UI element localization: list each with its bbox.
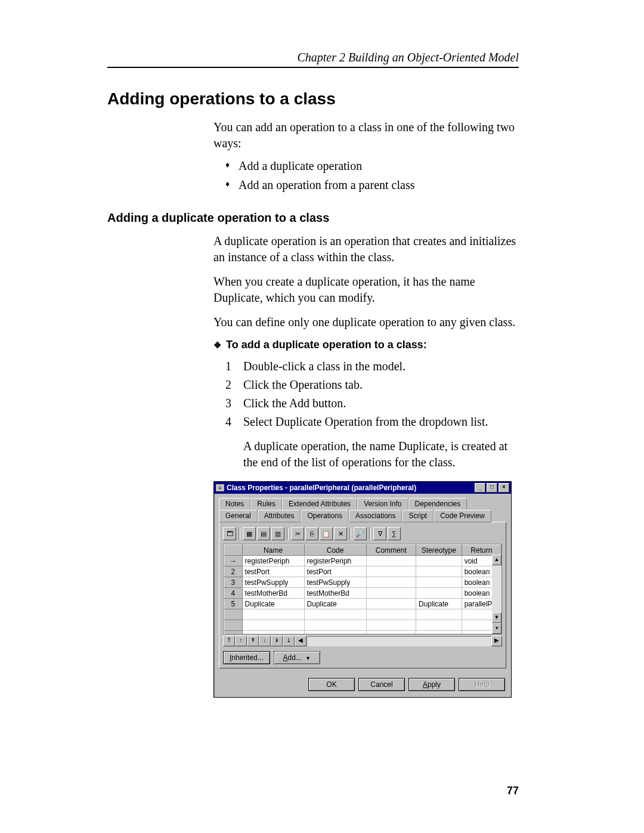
help-button[interactable]: Help [459, 678, 505, 691]
section-title: Adding operations to a class [107, 89, 519, 109]
row-indicator[interactable]: 3 [224, 577, 243, 588]
close-button[interactable]: × [499, 483, 509, 493]
cell-comment[interactable] [366, 556, 416, 566]
cell-code[interactable]: registerPeriph [304, 556, 366, 566]
task-title: To add a duplicate operation to a class: [213, 339, 519, 351]
paragraph: You can define only one duplicate operat… [213, 314, 519, 330]
col-code[interactable]: Code [304, 545, 366, 556]
scroll-right-icon[interactable]: ▶ [491, 636, 502, 646]
nav-prev-icon[interactable]: ↟ [247, 636, 259, 646]
tab-operations[interactable]: Operations [301, 510, 349, 522]
table-row[interactable]: 4testMotherBdtestMotherBdboolean [224, 588, 501, 599]
col-return[interactable]: Return [462, 545, 501, 556]
scroll-up-icon[interactable]: ▲ [492, 555, 501, 565]
minimize-button[interactable]: _ [475, 483, 485, 493]
cell-code[interactable]: testPort [304, 566, 366, 577]
dialog-titlebar[interactable]: ≡ Class Properties - parallelPeripheral … [214, 482, 511, 494]
cell-name[interactable]: Duplicate [242, 599, 304, 609]
cell-comment[interactable] [366, 588, 416, 599]
step-item: Select Duplicate Operation from the drop… [225, 413, 519, 431]
cell-comment[interactable] [366, 599, 416, 609]
col-comment[interactable]: Comment [366, 545, 416, 556]
paste-icon[interactable]: 📋 [320, 527, 333, 540]
subsection-title: Adding a duplicate operation to a class [107, 211, 519, 225]
tab-code-preview[interactable]: Code Preview [434, 510, 491, 522]
tab-script[interactable]: Script [402, 510, 434, 522]
cell-stereotype[interactable] [416, 577, 462, 588]
tab-attributes[interactable]: Attributes [258, 510, 301, 522]
cell-stereotype[interactable] [416, 588, 462, 599]
cell-stereotype[interactable] [416, 566, 462, 577]
bullet-item: Add an operation from a parent class [225, 175, 519, 194]
add-row-icon[interactable]: ▤ [257, 527, 270, 540]
table-row[interactable]: 5DuplicateDuplicateDuplicateparallelPer [224, 599, 501, 609]
customize-icon[interactable]: ∑ [388, 527, 401, 540]
class-properties-dialog: ≡ Class Properties - parallelPeripheral … [213, 481, 512, 698]
copy-icon[interactable]: ⎘ [305, 527, 318, 540]
system-menu-icon[interactable]: ≡ [216, 484, 224, 491]
tab-notes[interactable]: Notes [219, 498, 250, 510]
properties-icon[interactable]: 🗔 [223, 527, 236, 540]
maximize-button[interactable]: □ [487, 483, 497, 493]
table-row[interactable] [224, 620, 501, 631]
cell-comment[interactable] [366, 577, 416, 588]
nav-last-icon[interactable]: ⤓ [283, 636, 295, 646]
cell-name[interactable]: testPort [242, 566, 304, 577]
scroll-end-icon[interactable]: ▾ [492, 623, 501, 634]
insert-row-icon[interactable]: ▦ [243, 527, 256, 540]
cell-name[interactable]: testPwSupply [242, 577, 304, 588]
tab-rules[interactable]: Rules [250, 498, 282, 510]
row-header-col[interactable] [224, 545, 243, 556]
nav-first-icon[interactable]: ⤒ [223, 636, 235, 646]
delete-icon[interactable]: ✕ [334, 527, 347, 540]
col-stereotype[interactable]: Stereotype [416, 545, 462, 556]
nav-down-icon[interactable]: ↓ [259, 636, 271, 646]
find-icon[interactable]: 🔎 [354, 527, 367, 540]
row-indicator[interactable]: 4 [224, 588, 243, 599]
step-item: Double-click a class in the model. [225, 357, 519, 376]
row-indicator[interactable]: 2 [224, 566, 243, 577]
table-row[interactable] [224, 631, 501, 635]
cell-stereotype[interactable]: Duplicate [416, 599, 462, 609]
filter-icon[interactable]: ∇ [373, 527, 386, 540]
result-text: A duplicate operation, the name Duplicat… [243, 438, 519, 470]
ok-button[interactable]: OK [308, 678, 355, 691]
add-rows-icon[interactable]: ▥ [271, 527, 284, 540]
table-row[interactable]: 3testPwSupplytestPwSupplyboolean [224, 577, 501, 588]
cell-name[interactable]: registerPeriph [242, 556, 304, 566]
table-row[interactable]: 2testPorttestPortboolean [224, 566, 501, 577]
operations-grid[interactable]: Name Code Comment Stereotype Return →reg… [223, 544, 502, 634]
vertical-scrollbar[interactable]: ▲ ▼ ▾ [492, 555, 501, 634]
row-indicator[interactable]: → [224, 556, 243, 566]
tab-row-back: Notes Rules Extended Attributes Version … [219, 497, 506, 510]
nav-left-icon[interactable]: ◀ [295, 636, 306, 646]
scroll-down-icon[interactable]: ▼ [492, 612, 501, 623]
cell-stereotype[interactable] [416, 556, 462, 566]
tab-associations[interactable]: Associations [349, 510, 402, 522]
table-row[interactable]: →registerPeriphregisterPeriphvoid [224, 556, 501, 566]
add-button[interactable]: Add... [274, 651, 320, 664]
tab-general[interactable]: General [219, 510, 258, 522]
inherited-button[interactable]: Inherited... [223, 651, 270, 664]
cell-code[interactable]: testPwSupply [304, 577, 366, 588]
bullet-item: Add a duplicate operation [225, 156, 519, 175]
cell-comment[interactable] [366, 566, 416, 577]
nav-next-icon[interactable]: ↡ [271, 636, 283, 646]
cell-code[interactable]: Duplicate [304, 599, 366, 609]
table-row[interactable] [224, 609, 501, 620]
tab-dependencies[interactable]: Dependencies [408, 498, 467, 510]
cancel-button[interactable]: Cancel [358, 678, 405, 691]
cell-name[interactable]: testMotherBd [242, 588, 304, 599]
step-item: Click the Add button. [225, 394, 519, 413]
col-name[interactable]: Name [242, 545, 304, 556]
cell-code[interactable]: testMotherBd [304, 588, 366, 599]
paragraph: When you create a duplicate operation, i… [213, 274, 519, 306]
apply-button[interactable]: Apply [408, 678, 455, 691]
tab-extended-attributes[interactable]: Extended Attributes [282, 498, 357, 510]
nav-up-icon[interactable]: ↑ [235, 636, 247, 646]
tab-version-info[interactable]: Version Info [357, 498, 408, 510]
horizontal-scrollbar[interactable] [308, 636, 491, 646]
row-indicator[interactable]: 5 [224, 599, 243, 609]
step-list: Double-click a class in the model. Click… [225, 357, 519, 431]
cut-icon[interactable]: ✂ [291, 527, 304, 540]
